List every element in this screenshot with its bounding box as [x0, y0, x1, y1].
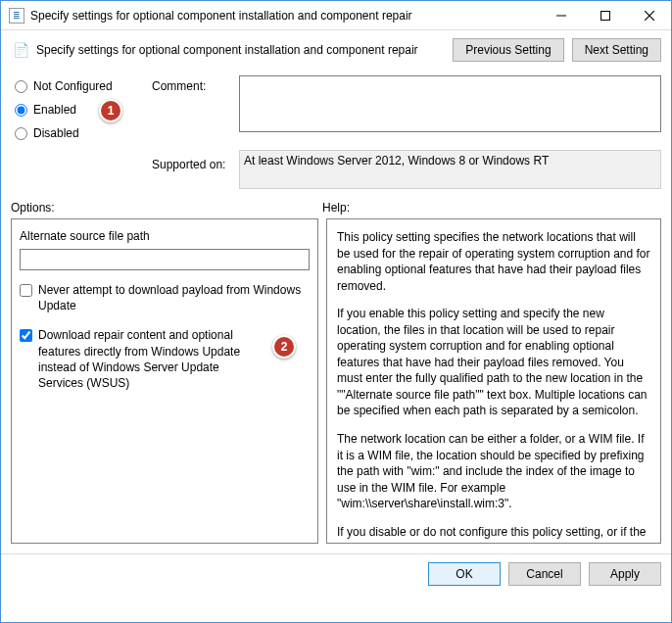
- app-icon: ≣: [9, 8, 24, 24]
- policy-subtitle: Specify settings for optional component …: [36, 43, 445, 57]
- help-paragraph: If you enable this policy setting and sp…: [337, 306, 650, 419]
- annotation-marker-2: 2: [272, 335, 296, 359]
- policy-icon: 📄: [11, 40, 30, 60]
- supported-on-label: Supported on:: [152, 150, 235, 171]
- minimize-button[interactable]: [539, 1, 583, 29]
- svg-rect-1: [600, 11, 609, 20]
- window-title: Specify settings for optional component …: [30, 9, 539, 23]
- apply-button[interactable]: Apply: [589, 562, 661, 586]
- options-header: Options:: [11, 201, 322, 215]
- checkbox-never-download[interactable]: [20, 284, 32, 297]
- previous-setting-button[interactable]: Previous Setting: [453, 38, 563, 62]
- state-radio-group: Not Configured Enabled 1 Disabled: [11, 75, 148, 150]
- annotation-marker-1: 1: [99, 99, 122, 122]
- titlebar: ≣ Specify settings for optional componen…: [1, 1, 671, 30]
- radio-not-configured[interactable]: [15, 80, 27, 93]
- options-panel: Alternate source file path Never attempt…: [11, 218, 318, 544]
- window-controls: [539, 1, 671, 29]
- comment-label: Comment:: [152, 75, 235, 93]
- maximize-button[interactable]: [583, 1, 627, 29]
- help-panel[interactable]: This policy setting specifies the networ…: [326, 218, 661, 544]
- close-button[interactable]: [627, 1, 671, 29]
- alt-path-input[interactable]: [20, 249, 310, 270]
- radio-enabled-label: Enabled: [33, 103, 76, 117]
- toolbar: 📄 Specify settings for optional componen…: [1, 30, 671, 75]
- dialog-footer: OK Cancel Apply: [1, 553, 671, 594]
- cancel-button[interactable]: Cancel: [508, 562, 581, 586]
- radio-disabled-label: Disabled: [33, 126, 79, 140]
- help-paragraph: This policy setting specifies the networ…: [337, 229, 650, 294]
- supported-on-text: At least Windows Server 2012, Windows 8 …: [239, 150, 661, 189]
- ok-button[interactable]: OK: [428, 562, 501, 586]
- help-header: Help:: [322, 201, 350, 215]
- radio-disabled[interactable]: [15, 127, 27, 140]
- help-paragraph: The network location can be either a fol…: [337, 431, 650, 512]
- help-paragraph: If you disable or do not configure this …: [337, 524, 650, 544]
- radio-enabled[interactable]: [15, 104, 27, 117]
- checkbox-download-from-wu-label: Download repair content and optional fea…: [38, 327, 264, 391]
- checkbox-never-download-label: Never attempt to download payload from W…: [38, 282, 310, 313]
- alt-path-label: Alternate source file path: [20, 229, 310, 243]
- comment-textarea[interactable]: [239, 75, 661, 132]
- next-setting-button[interactable]: Next Setting: [572, 38, 661, 62]
- radio-not-configured-label: Not Configured: [33, 79, 113, 93]
- checkbox-download-from-wu[interactable]: [20, 329, 32, 342]
